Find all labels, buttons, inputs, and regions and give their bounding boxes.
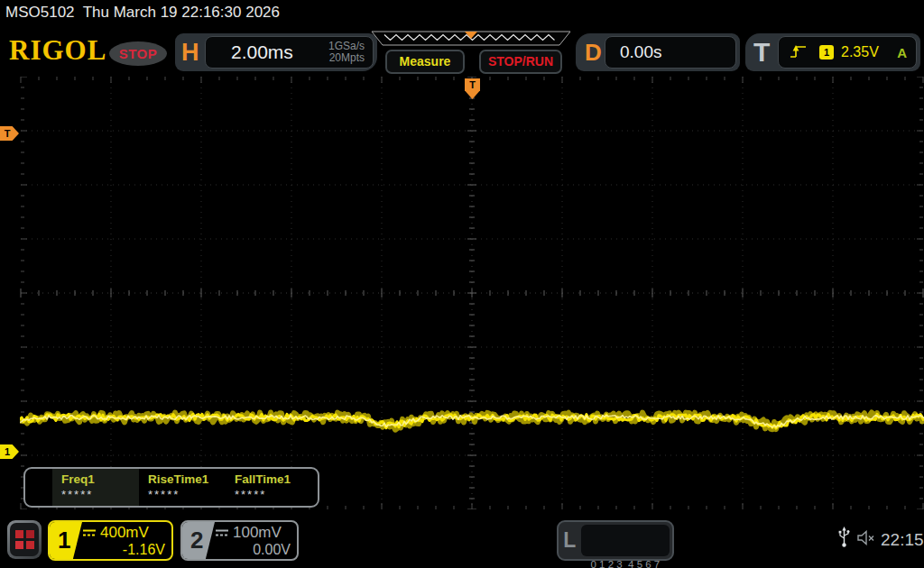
trigger-level-value: 2.35V: [841, 44, 879, 60]
trigger-values: 1 2.35V A: [778, 36, 917, 69]
channel1-offset-marker[interactable]: 1: [0, 444, 19, 459]
stop-run-button[interactable]: STOP/RUN: [479, 50, 562, 74]
measurement-item-falltime[interactable]: FallTime1 *****: [226, 469, 312, 506]
measurement-panel: Freq1 ***** RiseTime1 ***** FallTime1 **…: [23, 467, 319, 508]
measurement-value: *****: [61, 488, 139, 501]
muted-speaker-icon: [856, 530, 878, 549]
measurement-label: FallTime1: [235, 472, 312, 486]
oscilloscope-screen: MSO5102 Thu March 19 22:16:30 2026 RIGOL…: [0, 0, 924, 568]
acquisition-rates: 1GSa/s 20Mpts: [328, 41, 365, 64]
measurement-item-risetime[interactable]: RiseTime1 *****: [139, 469, 226, 506]
timebase-value: 2.00ms: [231, 41, 293, 63]
run-state-badge: STOP: [109, 41, 167, 66]
waveform-preview-icon: [371, 31, 571, 47]
measurement-value: *****: [235, 488, 312, 501]
channel1-info: 400mV -1.16V: [82, 522, 171, 559]
menu-grid-icon: [10, 523, 39, 556]
measurement-value: *****: [148, 488, 226, 501]
channel2-scale: 100mV: [233, 524, 282, 542]
graticule-area: [20, 77, 924, 509]
menu-button[interactable]: [7, 520, 42, 559]
usb-icon: [837, 527, 851, 552]
status-bar-title: MSO5102 Thu March 19 22:16:30 2026: [5, 4, 280, 22]
trigger-widget[interactable]: T 1 2.35V A: [745, 33, 920, 71]
horizontal-values: 2.00ms 1GSa/s 20Mpts: [205, 36, 374, 69]
measurement-item-freq[interactable]: Freq1 *****: [52, 469, 139, 506]
rigol-logo: RIGOL: [9, 34, 106, 67]
trigger-mode: A: [897, 45, 907, 60]
logic-row1: 0 1 2 3 4 5 6 7: [581, 557, 670, 568]
channel1-trace: [20, 77, 924, 509]
measurement-label: RiseTime1: [148, 472, 226, 486]
channel2-number: 2: [182, 522, 215, 559]
trigger-source-badge: 1: [819, 45, 834, 60]
channel1-number: 1: [50, 522, 82, 559]
trigger-label: T: [753, 33, 770, 71]
logic-channel-numbers: 0 1 2 3 4 5 6 7 8 9 1011 12131415: [581, 525, 670, 556]
measure-button[interactable]: Measure: [385, 50, 465, 74]
logic-analyzer-badge[interactable]: L 0 1 2 3 4 5 6 7 8 9 1011 12131415: [557, 520, 674, 561]
measurement-label: Freq1: [61, 472, 139, 486]
channel2-badge[interactable]: 2 100mV 0.00V: [180, 520, 299, 561]
channel2-offset: 0.00V: [215, 542, 291, 558]
logic-label: L: [559, 522, 581, 559]
memory-depth: 20Mpts: [328, 52, 365, 64]
channel2-info: 100mV 0.00V: [215, 522, 297, 559]
channel1-offset: -1.16V: [82, 542, 165, 558]
trigger-level-marker[interactable]: T: [0, 126, 19, 141]
delay-values: 0.00s: [605, 36, 736, 69]
channel1-badge[interactable]: 1 400mV -1.16V: [48, 520, 173, 561]
delay-widget[interactable]: D 0.00s: [576, 33, 740, 71]
horizontal-label: H: [181, 33, 199, 71]
waveform-preview-bar[interactable]: [371, 31, 571, 50]
rising-edge-trigger-icon: [790, 45, 807, 60]
dc-coupling-icon: [215, 529, 229, 537]
channel1-scale: 400mV: [100, 524, 149, 542]
horizontal-timebase-widget[interactable]: H 2.00ms 1GSa/s 20Mpts: [175, 33, 377, 71]
delay-value: 0.00s: [620, 42, 661, 62]
system-clock: 22:15: [881, 530, 924, 550]
delay-label: D: [585, 33, 602, 71]
dc-coupling-icon: [82, 529, 97, 537]
